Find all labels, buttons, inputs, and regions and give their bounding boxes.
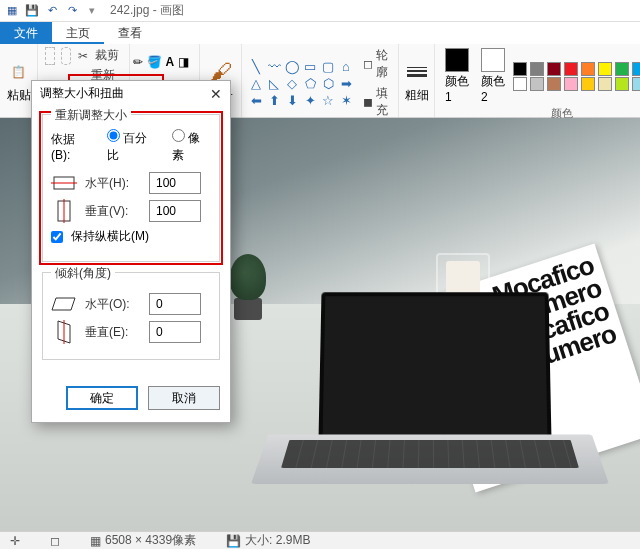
swatch[interactable]	[598, 77, 612, 91]
shape-star6-icon[interactable]: ✶	[338, 92, 354, 108]
shape-arrowr-icon[interactable]: ➡	[338, 75, 354, 91]
bucket-icon[interactable]: 🪣	[147, 55, 162, 69]
cancel-button[interactable]: 取消	[148, 386, 220, 410]
shape-hex-icon[interactable]: ⬡	[320, 75, 336, 91]
color1-button[interactable]: 颜色 1	[441, 46, 473, 106]
resize-h-icon	[51, 172, 77, 194]
shape-arrowl-icon[interactable]: ⬅	[248, 92, 264, 108]
clipboard-icon: 📋	[5, 58, 33, 86]
shape-line-icon[interactable]: ╲	[248, 58, 264, 74]
horiz-input[interactable]	[149, 172, 201, 194]
window-title: 242.jpg - 画图	[110, 2, 184, 19]
tab-home[interactable]: 主页	[52, 22, 104, 44]
swatch[interactable]	[615, 77, 629, 91]
by-label: 依据(B):	[51, 131, 93, 162]
swatch[interactable]	[530, 62, 544, 76]
group-colors: 颜色 1 颜色 2 颜色	[435, 44, 640, 117]
ribbon-tabs: 文件 主页 查看	[0, 22, 640, 44]
crop-button[interactable]: ✂裁剪	[78, 46, 123, 65]
radio-percent[interactable]: 百分比	[107, 129, 158, 164]
shape-arrowd-icon[interactable]: ⬇	[284, 92, 300, 108]
shape-oval-icon[interactable]: ◯	[284, 58, 300, 74]
swatch[interactable]	[581, 62, 595, 76]
redo-icon[interactable]: ↷	[64, 3, 80, 19]
app-icon: ▦	[4, 3, 20, 19]
swatch[interactable]	[581, 77, 595, 91]
skew-v-label: 垂直(E):	[85, 324, 141, 341]
swatch[interactable]	[547, 77, 561, 91]
swatch[interactable]	[513, 77, 527, 91]
skew-v-icon	[51, 321, 77, 343]
undo-icon[interactable]: ↶	[44, 3, 60, 19]
status-filesize: 💾大小: 2.9MB	[226, 532, 310, 549]
swatch[interactable]	[632, 77, 640, 91]
shape-rect-icon[interactable]: ▭	[302, 58, 318, 74]
skew-legend: 倾斜(角度)	[51, 265, 115, 282]
outline-button[interactable]: ◻轮廓	[363, 46, 392, 82]
radio-pixels[interactable]: 像素	[172, 129, 211, 164]
shape-arrowu-icon[interactable]: ⬆	[266, 92, 282, 108]
shape-poly-icon[interactable]: ⌂	[338, 58, 354, 74]
swatch[interactable]	[615, 62, 629, 76]
resize-v-icon	[51, 200, 77, 222]
resize-dialog: 调整大小和扭曲 ✕ 重新调整大小 依据(B): 百分比 像素 水平(H): 垂直…	[31, 80, 231, 423]
status-cursor: ✛	[10, 534, 20, 548]
thickness-icon	[403, 58, 431, 86]
save-icon[interactable]: 💾	[24, 3, 40, 19]
swatch[interactable]	[564, 62, 578, 76]
group-shapes: ╲〰◯▭▢⌂ △◺◇⬠⬡➡ ⬅⬆⬇✦☆✶ ◻轮廓 ◼填充 形状	[242, 44, 399, 117]
qat-dropdown-icon[interactable]: ▾	[84, 3, 100, 19]
tab-view[interactable]: 查看	[104, 22, 156, 44]
swatch[interactable]	[598, 62, 612, 76]
horiz-label: 水平(H):	[85, 175, 141, 192]
ok-button[interactable]: 确定	[66, 386, 138, 410]
vert-input[interactable]	[149, 200, 201, 222]
pencil-icon[interactable]: ✏	[133, 55, 143, 69]
status-bar: ✛ ◻ ▦6508 × 4339像素 💾大小: 2.9MB	[0, 531, 640, 549]
fill-icon: ◼	[363, 95, 373, 109]
swatch[interactable]	[530, 77, 544, 91]
titlebar: ▦ 💾 ↶ ↷ ▾ 242.jpg - 画图	[0, 0, 640, 22]
text-icon[interactable]: A	[166, 55, 175, 69]
shape-star5-icon[interactable]: ☆	[320, 92, 336, 108]
swatch[interactable]	[564, 77, 578, 91]
crop-icon: ✂	[78, 49, 92, 63]
status-dimensions: ▦6508 × 4339像素	[90, 532, 196, 549]
color2-button[interactable]: 颜色 2	[477, 46, 509, 106]
skew-fieldset: 倾斜(角度) 水平(O): 垂直(E):	[42, 272, 220, 360]
radio-percent-input[interactable]	[107, 129, 120, 142]
shape-curve-icon[interactable]: 〰	[266, 58, 282, 74]
shape-pent-icon[interactable]: ⬠	[302, 75, 318, 91]
swatch[interactable]	[547, 62, 561, 76]
skew-v-input[interactable]	[149, 321, 201, 343]
shape-gallery[interactable]: ╲〰◯▭▢⌂ △◺◇⬠⬡➡ ⬅⬆⬇✦☆✶	[248, 58, 355, 108]
dims-icon: ▦	[90, 534, 101, 548]
shape-diamond-icon[interactable]: ◇	[284, 75, 300, 91]
keep-ratio-label: 保持纵横比(M)	[71, 228, 149, 245]
shape-roundrect-icon[interactable]: ▢	[320, 58, 336, 74]
outline-icon: ◻	[363, 57, 373, 71]
resize-legend: 重新调整大小	[51, 107, 131, 124]
skew-h-input[interactable]	[149, 293, 201, 315]
skew-h-icon	[51, 293, 77, 315]
select-free-icon[interactable]	[61, 47, 71, 65]
swatch[interactable]	[632, 62, 640, 76]
status-selection: ◻	[50, 534, 60, 548]
keep-ratio-checkbox[interactable]	[51, 231, 63, 243]
resize-fieldset: 重新调整大小 依据(B): 百分比 像素 水平(H): 垂直(V): 保持纵横比…	[42, 114, 220, 262]
select-rect-icon[interactable]	[45, 47, 55, 65]
shape-tri-icon[interactable]: △	[248, 75, 264, 91]
swatch[interactable]	[513, 62, 527, 76]
color-palette[interactable]	[513, 62, 640, 91]
color2-swatch	[481, 48, 505, 72]
dialog-close-button[interactable]: ✕	[210, 86, 222, 102]
skew-h-label: 水平(O):	[85, 296, 141, 313]
fill-button[interactable]: ◼填充	[363, 84, 392, 120]
radio-pixels-input[interactable]	[172, 129, 185, 142]
selection-icon: ◻	[50, 534, 60, 548]
shape-rtri-icon[interactable]: ◺	[266, 75, 282, 91]
eraser-icon[interactable]: ◨	[178, 55, 189, 69]
tab-file[interactable]: 文件	[0, 22, 52, 44]
shape-star4-icon[interactable]: ✦	[302, 92, 318, 108]
size-button[interactable]: 粗细	[399, 56, 435, 106]
